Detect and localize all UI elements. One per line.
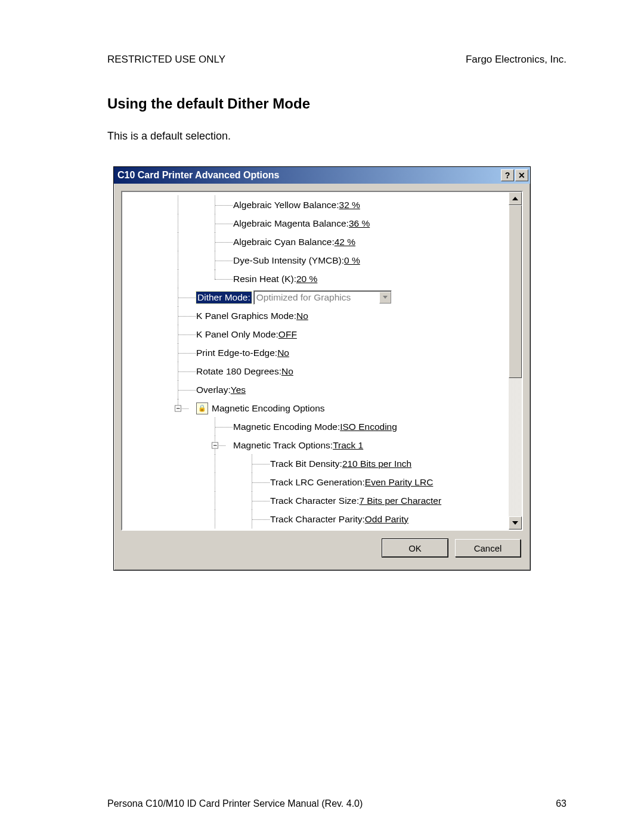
close-button[interactable]: ✕ [515, 169, 528, 181]
page-number: 63 [556, 798, 566, 809]
tree-item-value: No [277, 348, 289, 358]
tree-item-value: 42 % [335, 237, 355, 247]
chevron-down-icon [379, 292, 391, 304]
tree-item-value: OFF [278, 329, 297, 340]
collapse-icon[interactable] [175, 405, 181, 411]
tree-item-dither-mode[interactable]: Dither Mode: Optimized for Graphics [122, 288, 509, 306]
tree-item-k-panel-only[interactable]: K Panel Only Mode: OFF [122, 325, 509, 343]
tree-item-magnetic-encoding-options[interactable]: 🔒 Magnetic Encoding Options [122, 399, 509, 417]
tree-item-value: 0 % [344, 255, 360, 266]
tree-item-mag-encoding-mode[interactable]: Magnetic Encoding Mode: ISO Encoding [122, 417, 509, 436]
tree-item-value: 20 % [296, 274, 317, 284]
dither-mode-dropdown[interactable]: Optimized for Graphics [253, 290, 392, 305]
tree-item-label: Magnetic Track Options: [233, 440, 333, 451]
tree-item-label: Resin Heat (K): [233, 274, 296, 284]
tree-item-label: Magnetic Encoding Mode: [233, 422, 340, 432]
dither-mode-label: Dither Mode: [196, 292, 252, 304]
tree-item-algebraic-magenta[interactable]: Algebraic Magenta Balance: 36 % [122, 214, 509, 233]
tree-item-track-char-size[interactable]: Track Character Size: 7 Bits per Charact… [122, 491, 509, 510]
tree-item-value: No [296, 311, 308, 321]
tree-item-label: Track Character Parity: [270, 514, 365, 525]
arrow-down-icon [512, 521, 518, 525]
scroll-up-button[interactable] [509, 192, 522, 205]
tree-item-track-bit-density[interactable]: Track Bit Density: 210 Bits per Inch [122, 454, 509, 473]
tree-item-value: Yes [231, 385, 246, 395]
help-icon: ? [505, 171, 510, 180]
header-right: Fargo Electronics, Inc. [466, 54, 566, 66]
page-footer: Persona C10/M10 ID Card Printer Service … [107, 798, 566, 809]
tree-item-value: No [281, 366, 293, 377]
tree-item-label: Print Edge-to-Edge: [196, 348, 277, 358]
tree-item-mag-track-options[interactable]: Magnetic Track Options: Track 1 [122, 436, 509, 454]
tree-item-label: Algebraic Magenta Balance: [233, 218, 349, 229]
scrollbar[interactable] [509, 192, 522, 529]
tree-item-k-panel-graphics[interactable]: K Panel Graphics Mode: No [122, 306, 509, 325]
tree-item-track-char-parity[interactable]: Track Character Parity: Odd Parity [122, 510, 509, 528]
collapse-icon[interactable] [212, 442, 218, 448]
tree-item-print-edge[interactable]: Print Edge-to-Edge: No [122, 343, 509, 362]
dialog-title: C10 Card Printer Advanced Options [117, 170, 500, 181]
options-tree[interactable]: Algebraic Yellow Balance: 32 % Algebraic… [121, 191, 523, 531]
ok-button[interactable]: OK [382, 539, 448, 557]
tree-item-label: Magnetic Encoding Options [212, 403, 325, 414]
close-icon: ✕ [518, 171, 525, 180]
tree-item-label: Algebraic Yellow Balance: [233, 200, 339, 210]
scroll-track[interactable] [509, 205, 522, 516]
tree-item-label: K Panel Only Mode: [196, 329, 278, 340]
tree-item-value: Track 1 [333, 440, 363, 451]
tree-item-value: 36 % [349, 218, 370, 229]
tree-item-resin-heat[interactable]: Resin Heat (K): 20 % [122, 270, 509, 288]
tree-item-track-lrc[interactable]: Track LRC Generation: Even Parity LRC [122, 473, 509, 491]
tree-item-label: Overlay: [196, 385, 231, 395]
header-left: RESTRICTED USE ONLY [107, 54, 225, 66]
tree-item-rotate-180[interactable]: Rotate 180 Degrees: No [122, 362, 509, 380]
scroll-down-button[interactable] [509, 516, 522, 529]
advanced-options-dialog: C10 Card Printer Advanced Options ? ✕ Al… [113, 166, 531, 571]
tree-item-value: Even Parity LRC [365, 477, 434, 488]
tree-item-label: Track Bit Density: [270, 459, 342, 469]
lock-icon: 🔒 [196, 402, 208, 414]
tree-item-dye-sub[interactable]: Dye-Sub Intensity (YMCB): 0 % [122, 251, 509, 270]
tree-item-overlay[interactable]: Overlay: Yes [122, 380, 509, 399]
tree-item-label: Dye-Sub Intensity (YMCB): [233, 255, 344, 266]
arrow-up-icon [512, 197, 518, 200]
tree-item-label: K Panel Graphics Mode: [196, 311, 296, 321]
tree-item-label: Rotate 180 Degrees: [196, 366, 281, 377]
tree-item-value: Odd Parity [365, 514, 408, 525]
tree-item-label: Track LRC Generation: [270, 477, 365, 488]
tree-item-algebraic-yellow[interactable]: Algebraic Yellow Balance: 32 % [122, 196, 509, 214]
page-header: RESTRICTED USE ONLY Fargo Electronics, I… [107, 54, 566, 66]
tree-item-value: 32 % [339, 200, 360, 210]
tree-item-value: 210 Bits per Inch [342, 459, 411, 469]
footer-left: Persona C10/M10 ID Card Printer Service … [107, 798, 363, 809]
cancel-button[interactable]: Cancel [455, 539, 521, 557]
tree-item-label: Track Character Size: [270, 496, 359, 506]
tree-item-value: ISO Encoding [340, 422, 397, 432]
tree-item-label: Algebraic Cyan Balance: [233, 237, 335, 247]
help-button[interactable]: ? [501, 169, 514, 181]
body-text: This is a default selection. [107, 130, 566, 143]
dither-mode-value: Optimized for Graphics [254, 292, 379, 303]
titlebar: C10 Card Printer Advanced Options ? ✕ [114, 167, 530, 184]
tree-item-algebraic-cyan[interactable]: Algebraic Cyan Balance: 42 % [122, 233, 509, 251]
section-heading: Using the default Dither Mode [107, 95, 566, 112]
scroll-thumb[interactable] [509, 205, 522, 378]
tree-item-value: 7 Bits per Character [359, 496, 441, 506]
